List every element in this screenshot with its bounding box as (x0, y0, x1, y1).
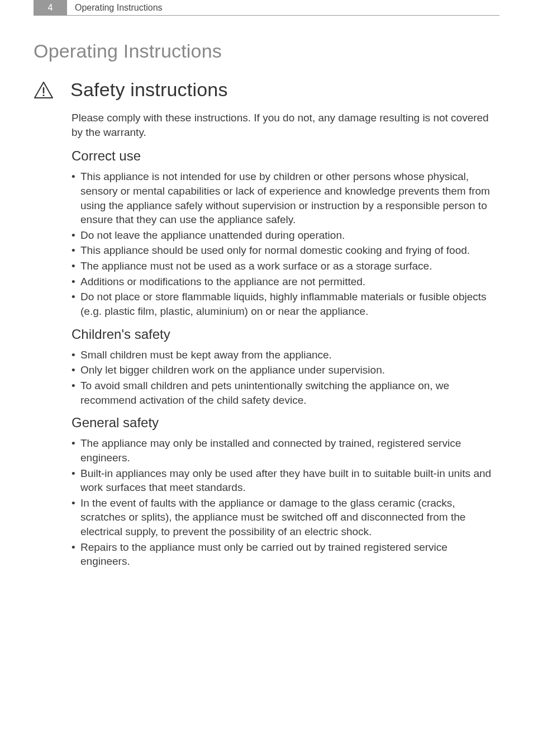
warning-icon (34, 81, 54, 99)
list-item: To avoid small children and pets uninten… (72, 379, 495, 407)
page-header: 4 Operating Instructions (34, 0, 499, 16)
page-content: Operating Instructions Safety instructio… (0, 16, 533, 569)
general-safety-list: The appliance may only be installed and … (72, 436, 495, 569)
section-heading-row: Safety instructions (34, 79, 495, 101)
list-item: This appliance is not intended for use b… (72, 169, 495, 227)
list-item: Only let bigger children work on the app… (72, 363, 495, 377)
list-item: The appliance may only be installed and … (72, 436, 495, 465)
list-item: Do not place or store flammable liquids,… (72, 290, 495, 318)
page-number: 4 (48, 3, 53, 13)
subsection-heading-childrens-safety: Children's safety (72, 327, 495, 342)
correct-use-list: This appliance is not intended for use b… (72, 169, 495, 318)
list-item: Repairs to the appliance must only be ca… (72, 540, 495, 569)
list-item: Small children must be kept away from th… (72, 348, 495, 362)
subsection-heading-general-safety: General safety (72, 415, 495, 431)
list-item: Do not leave the appliance unattended du… (72, 228, 495, 243)
subsection-heading-correct-use: Correct use (72, 148, 495, 164)
page-title: Operating Instructions (34, 40, 495, 62)
list-item: The appliance must not be used as a work… (72, 259, 495, 273)
list-item: Built-in appliances may only be used aft… (72, 466, 495, 495)
section-title: Safety instructions (70, 79, 228, 101)
intro-paragraph: Please comply with these instructions. I… (72, 111, 495, 139)
list-item: In the event of faults with the applianc… (72, 496, 495, 539)
running-title: Operating Instructions (67, 0, 163, 15)
page-number-box: 4 (34, 0, 67, 15)
svg-point-1 (42, 94, 44, 96)
list-item: Additions or modifications to the applia… (72, 275, 495, 289)
childrens-safety-list: Small children must be kept away from th… (72, 348, 495, 408)
list-item: This appliance should be used only for n… (72, 243, 495, 258)
